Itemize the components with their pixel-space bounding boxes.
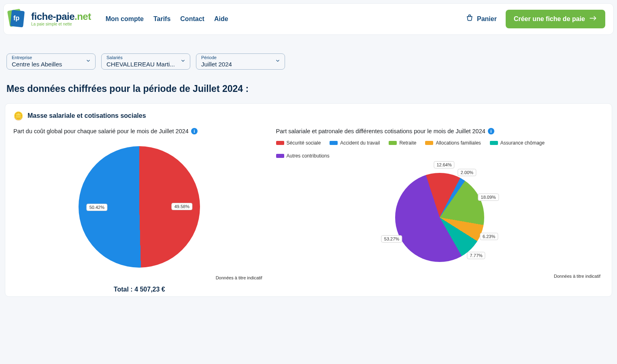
pie-chart-cotisations xyxy=(395,173,484,262)
create-payslip-button[interactable]: Créer une fiche de paie xyxy=(506,10,605,28)
cart-button[interactable]: Panier xyxy=(466,14,497,24)
legend-swatch xyxy=(490,141,498,145)
legend-swatch xyxy=(425,141,433,145)
nav-links: Mon compte Tarifs Contact Aide xyxy=(106,15,228,23)
chevron-down-icon xyxy=(275,58,281,65)
panel-header: 🪙 Masse salariale et cotisations sociale… xyxy=(13,111,604,121)
top-bar: fp fiche-paie.net La paie simple et nett… xyxy=(3,3,614,35)
chevron-down-icon xyxy=(180,58,186,65)
legend-label: Retraite xyxy=(399,140,416,146)
legend-item[interactable]: Sécurité sociale xyxy=(276,140,321,146)
cta-label: Créer une fiche de paie xyxy=(514,15,585,23)
pie-slice-label: 12.64% xyxy=(434,161,454,168)
indicative-note: Données à titre indicatif xyxy=(13,275,262,280)
legend-item[interactable]: Autres contributions xyxy=(276,153,330,159)
info-icon[interactable]: i xyxy=(191,128,198,134)
pie2-wrap: 12.64%2.00%18.09%6.23%7.77%53.27% xyxy=(276,163,604,272)
pie-slice-label: 50.42% xyxy=(87,204,107,211)
chart2-title: Part salariale et patronale des différen… xyxy=(276,128,485,134)
logo-text: fiche-paie.net La paie simple et nette xyxy=(31,12,91,26)
nav-contact[interactable]: Contact xyxy=(180,15,204,23)
legend-swatch xyxy=(276,141,284,145)
select-entreprise[interactable]: Entreprise Centre les Abeilles xyxy=(6,53,96,70)
cart-label: Panier xyxy=(477,15,497,23)
legend-item[interactable]: Retraite xyxy=(389,140,416,146)
select-label: Entreprise xyxy=(12,55,81,60)
chart2-legend: Sécurité socialeAccident du travailRetra… xyxy=(276,140,604,159)
chart-cotisations: Part salariale et patronale des différen… xyxy=(276,128,604,293)
pie-slice-label: 53.27% xyxy=(381,235,402,243)
legend-label: Accident du travail xyxy=(340,140,380,146)
nav-pricing[interactable]: Tarifs xyxy=(153,15,170,23)
info-icon[interactable]: i xyxy=(488,128,494,134)
chart1-title: Part du coût global pour chaque salarié … xyxy=(13,128,189,134)
logo-mark-icon: fp xyxy=(9,10,27,28)
right-nav: Panier Créer une fiche de paie xyxy=(466,10,605,28)
chart-cost-per-employee: Part du coût global pour chaque salarié … xyxy=(13,128,266,293)
legend-item[interactable]: Allocations familiales xyxy=(425,140,481,146)
pie-slice-label: 49.58% xyxy=(172,203,192,210)
left-nav: fp fiche-paie.net La paie simple et nett… xyxy=(9,10,228,28)
arrow-right-icon xyxy=(589,15,597,23)
select-label: Salariés xyxy=(106,55,176,60)
select-periode[interactable]: Période Juillet 2024 xyxy=(196,53,285,70)
legend-label: Allocations familiales xyxy=(436,140,481,146)
legend-swatch xyxy=(276,154,284,158)
pie1-wrap: 49.58%50.42% xyxy=(13,140,266,274)
select-value: CHEVALLEREAU Marti... xyxy=(106,61,176,68)
legend-swatch xyxy=(330,141,338,145)
panel-masse-salariale: 🪙 Masse salariale et cotisations sociale… xyxy=(5,103,612,297)
select-salaries[interactable]: Salariés CHEVALLEREAU Marti... xyxy=(101,53,190,70)
nav-help[interactable]: Aide xyxy=(214,15,228,23)
legend-item[interactable]: Accident du travail xyxy=(330,140,380,146)
chevron-down-icon xyxy=(85,58,91,65)
panel-title: Masse salariale et cotisations sociales xyxy=(28,112,146,119)
legend-item[interactable]: Assurance chômage xyxy=(490,140,545,146)
legend-label: Autres contributions xyxy=(287,153,330,159)
select-value: Centre les Abeilles xyxy=(12,61,81,68)
select-value: Juillet 2024 xyxy=(201,61,271,68)
page-title: Mes données chiffrées pour la période de… xyxy=(6,83,611,94)
pie-slice-label: 2.00% xyxy=(458,169,476,176)
indicative-note: Données à titre indicatif xyxy=(276,274,600,279)
pie-slice-label: 18.09% xyxy=(478,194,499,201)
cart-icon xyxy=(466,14,474,24)
legend-swatch xyxy=(389,141,397,145)
filters-row: Entreprise Centre les Abeilles Salariés … xyxy=(6,53,611,70)
logo[interactable]: fp fiche-paie.net La paie simple et nett… xyxy=(9,10,91,28)
total-line: Total : 4 507,23 € xyxy=(13,286,266,293)
pie-slice-label: 7.77% xyxy=(467,252,485,259)
pie-slice-label: 6.23% xyxy=(480,233,498,240)
legend-label: Assurance chômage xyxy=(500,140,545,146)
legend-label: Sécurité sociale xyxy=(287,140,321,146)
nav-account[interactable]: Mon compte xyxy=(106,15,144,23)
coin-hand-icon: 🪙 xyxy=(13,111,23,121)
select-label: Période xyxy=(201,55,271,60)
